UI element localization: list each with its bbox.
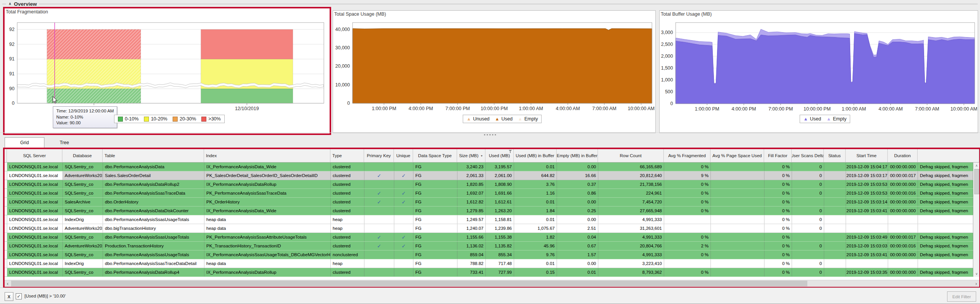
cell-primary_key <box>364 250 394 259</box>
legend-swatch-icon <box>173 117 178 122</box>
table-row[interactable]: LONDONSQL01.se.localSQLSentry_codbo.Perf… <box>5 250 973 259</box>
cell-index: PK_OrderHistory <box>204 198 331 206</box>
cell-user_scans_delta <box>792 198 824 206</box>
space-usage-chart[interactable]: 010,00020,00030,00040,0001:00:00 PM4:00:… <box>333 11 655 132</box>
cell-used_mb: 1,808.90 <box>486 180 514 189</box>
column-header-used_mb[interactable]: Used (MB) <box>485 149 514 163</box>
cell-user_scans_delta: 0 <box>792 171 824 180</box>
cell-avg_pct_fragmented: 0 % <box>664 250 711 259</box>
cell-primary_key: ✓ <box>364 171 394 180</box>
table-row[interactable]: LONDONSQL01.se.localSQLSentry_codbo.Perf… <box>5 233 973 242</box>
cell-table: dbo.PerformanceAnalysisSsasUsageTotals <box>103 215 204 224</box>
column-header-database[interactable]: Database <box>62 149 103 163</box>
cell-row_count: 7,454,720 <box>598 198 664 206</box>
cell-database: SQLSentry_co <box>63 250 103 259</box>
table-row[interactable]: LONDONSQL01.se.localSQLSentry_codbo.Perf… <box>5 268 973 277</box>
table-row[interactable]: LONDONSQL01.se.localIndexOrigdbo.Perform… <box>5 259 973 268</box>
scroll-right-icon[interactable]: › <box>973 280 979 287</box>
table-row[interactable]: LONDONSQL01.se.localSQLSentry_codbo.Perf… <box>5 189 973 198</box>
column-header-type[interactable]: Type <box>330 149 364 163</box>
cell-message: Defrag skipped, fragmen <box>918 206 973 215</box>
column-header-label: Status <box>828 153 841 158</box>
cell-duration <box>888 215 918 224</box>
cell-status <box>824 259 846 268</box>
column-header-avg_pct_page_space[interactable]: Avg % Page Space Used <box>710 149 764 163</box>
horizontal-splitter[interactable] <box>0 132 980 137</box>
vertical-scroll-thumb[interactable] <box>974 169 979 194</box>
column-header-row_count[interactable]: Row Count <box>598 149 664 163</box>
buffer-usage-chart[interactable]: 05001,0001,5002,0002,5003,0001:00:00 PM4… <box>660 11 978 132</box>
cell-data_space_type: FG <box>413 189 457 197</box>
cell-used_mb: 1,158.81 <box>486 215 514 224</box>
cell-used_mb: 1,263.20 <box>486 206 514 215</box>
cell-empty_mb_in_buffer: 16.66 <box>557 171 598 180</box>
column-header-status[interactable]: Status <box>824 149 846 163</box>
column-header-data_space_type[interactable]: Data Space Type <box>413 149 457 163</box>
column-header-label: Used (MB) <box>489 153 510 158</box>
column-header-primary_key[interactable]: Primary Key <box>364 149 394 163</box>
legend-triangle-icon: ▲ <box>495 117 500 121</box>
cell-table: dbo.PerformanceAnalysisDataDiskCounter <box>103 206 204 215</box>
cell-duration: 00:00:00.016 <box>888 189 918 197</box>
tab-tree[interactable]: Tree <box>44 137 84 148</box>
table-row[interactable]: LONDONSQL01.se.localSalesArchivedbo.Orde… <box>5 198 973 206</box>
svg-text:2,000: 2,000 <box>661 54 673 59</box>
legend-item: ▲Unused <box>467 116 490 122</box>
column-header-avg_pct_fragmented[interactable]: Avg % Fragmented <box>664 149 710 163</box>
column-header-used_mb_in_buffer[interactable]: Used (MB) in Buffer <box>514 149 557 163</box>
row-indicator <box>5 259 7 268</box>
column-header-unique[interactable]: Unique <box>394 149 413 163</box>
svg-text:1:00:00 PM: 1:00:00 PM <box>372 106 396 111</box>
table-row[interactable]: LONDONSQL01.se.localAdventureWorks2014db… <box>5 224 973 233</box>
table-row[interactable]: LONDONSQL01.se.localSQLSentry_codbo.Perf… <box>5 163 973 171</box>
table-row[interactable]: LONDONSQL01.se.localSQLSentry_codbo.Perf… <box>5 206 973 215</box>
cell-size_mb: 733.41 <box>457 268 486 276</box>
scroll-down-icon[interactable]: ∨ <box>973 271 980 277</box>
column-header-fill_factor[interactable]: Fill Factor <box>764 149 792 163</box>
column-header-empty_mb_in_buffer[interactable]: Empty (MB) in Buffer <box>557 149 598 163</box>
tab-grid[interactable]: Grid <box>5 137 44 148</box>
column-header-table[interactable]: Table <box>103 149 204 163</box>
cell-avg_pct_fragmented: 0 % <box>664 206 711 215</box>
cell-unique <box>394 259 413 268</box>
table-row[interactable]: LONDONSQL01.se.localAdventureWorks2014Pr… <box>5 242 973 250</box>
cell-user_scans_delta <box>792 233 824 241</box>
column-header-index[interactable]: Index <box>204 149 330 163</box>
filter-enabled-checkbox[interactable]: ✓ <box>16 293 22 299</box>
cell-primary_key <box>364 268 394 276</box>
table-row[interactable]: LONDONSQL01.se.localIndexOrigdbo.Perform… <box>5 215 973 224</box>
scroll-up-icon[interactable]: ∧ <box>973 163 980 169</box>
filter-expression[interactable]: [Used (MB)] > '10.00' <box>24 294 66 298</box>
column-header-start_time[interactable]: Start Time <box>846 149 888 163</box>
cell-user_scans_delta: 0 <box>792 242 824 250</box>
column-header-message[interactable] <box>918 149 979 163</box>
filter-funnel-icon[interactable] <box>509 150 512 153</box>
filter-close-button[interactable]: X <box>5 292 13 301</box>
cell-size_mb: 1,279.85 <box>457 206 486 215</box>
cell-start_time: 2019-12-09 15:03:17 <box>846 171 888 180</box>
column-header-user_scans_delta[interactable]: User Scans Delta <box>792 149 824 163</box>
svg-text:90: 90 <box>9 86 15 91</box>
cell-avg_pct_page_space <box>711 250 764 259</box>
cell-avg_pct_page_space <box>711 233 764 241</box>
collapse-chevron-icon[interactable]: ∧ <box>8 2 11 6</box>
cell-used_mb: 717.48 <box>486 259 514 268</box>
svg-text:1,500: 1,500 <box>661 65 673 71</box>
scroll-left-icon[interactable]: ‹ <box>5 280 11 287</box>
cell-sql_server: LONDONSQL01.se.local <box>7 268 63 276</box>
horizontal-scroll-thumb[interactable] <box>11 281 807 286</box>
cell-message <box>918 259 973 268</box>
splitter-grip-icon[interactable] <box>484 134 496 135</box>
edit-filter-button[interactable]: Edit Filter <box>947 291 976 302</box>
column-header-duration[interactable]: Duration <box>888 149 918 163</box>
cell-used_mb: 2,061.00 <box>486 171 514 180</box>
horizontal-scrollbar[interactable]: ‹ › <box>5 280 979 287</box>
svg-text:0: 0 <box>347 101 350 106</box>
vertical-scrollbar[interactable]: ∧ ∨ <box>973 163 979 277</box>
cell-type: clustered <box>331 163 364 171</box>
table-row[interactable]: LONDONSQL01.se.localAdventureWorks2014Sa… <box>5 171 973 180</box>
table-row[interactable]: LONDONSQL01.se.localSQLSentry_codbo.Perf… <box>5 180 973 189</box>
cell-database: SQLSentry_co <box>63 189 103 197</box>
column-header-size_mb[interactable]: Size (MB)▼ <box>457 149 485 163</box>
column-header-sql_server[interactable]: SQL Server <box>7 149 62 163</box>
